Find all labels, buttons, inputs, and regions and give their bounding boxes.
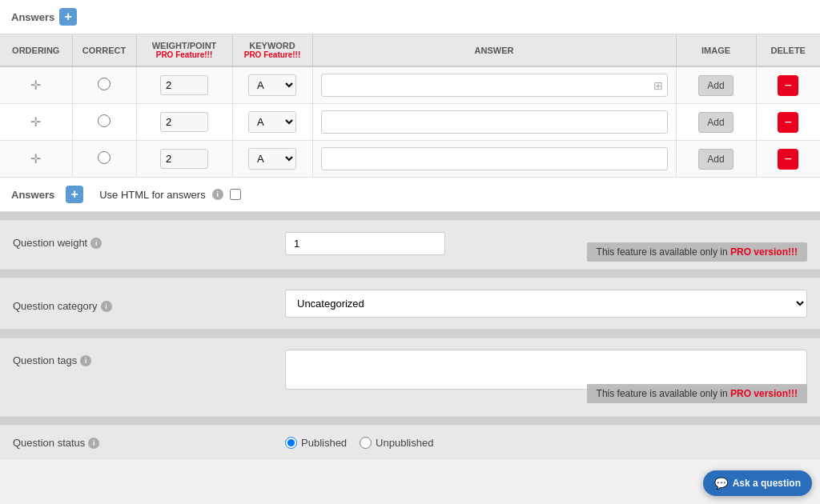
image-cell: Add <box>676 66 756 104</box>
weight-input[interactable] <box>160 75 208 95</box>
status-published-radio[interactable] <box>285 437 297 449</box>
status-unpublished-label: Unpublished <box>376 437 433 449</box>
weight-input[interactable] <box>160 112 208 132</box>
correct-radio[interactable] <box>98 78 111 90</box>
question-tags-control: This feature is available only in PRO ve… <box>285 350 807 392</box>
ask-bubble-label: Ask a question <box>733 478 801 489</box>
correct-radio[interactable] <box>98 114 111 127</box>
section-divider-3 <box>0 330 820 338</box>
delete-cell: − <box>756 104 820 141</box>
answers-table: ORDERING CORRECT WEIGHT/POINT PRO Featur… <box>0 34 820 178</box>
question-status-section: Question status i Published Unpublished <box>0 425 820 460</box>
keyword-select[interactable]: A <box>248 74 296 96</box>
weight-cell <box>136 141 232 178</box>
status-unpublished-option[interactable]: Unpublished <box>360 437 433 449</box>
question-weight-label: Question weight i <box>13 232 285 249</box>
answer-input[interactable] <box>321 74 668 97</box>
answer-input[interactable] <box>321 110 668 134</box>
question-weight-info-icon: i <box>90 238 102 249</box>
correct-cell <box>72 141 136 178</box>
keyword-cell: A <box>232 104 312 141</box>
question-category-label: Question category i <box>13 295 285 312</box>
image-cell: Add <box>676 141 756 178</box>
question-tags-row: Question tags i This feature is availabl… <box>0 338 820 416</box>
drag-handle-icon[interactable]: ✛ <box>30 152 41 166</box>
correct-radio[interactable] <box>98 151 111 164</box>
ask-question-bubble[interactable]: Ask a question <box>703 470 812 496</box>
question-weight-section: Question weight i This feature is availa… <box>0 220 820 270</box>
question-category-info-icon: i <box>101 301 112 312</box>
th-ordering: ORDERING <box>0 34 72 66</box>
th-image: IMAGE <box>676 34 756 66</box>
question-weight-pro-overlay: This feature is available only in PRO ve… <box>587 242 807 262</box>
delete-row-button[interactable]: − <box>778 75 798 96</box>
keyword-select[interactable]: A <box>248 148 296 170</box>
html-info-icon: i <box>212 189 223 200</box>
status-published-option[interactable]: Published <box>285 437 347 449</box>
question-status-label: Question status i <box>13 437 285 449</box>
tags-pro-text: PRO version!!! <box>730 388 798 399</box>
answer-cell: ⊞ <box>312 66 676 104</box>
add-answer-bottom-button[interactable]: + <box>66 186 83 203</box>
keyword-select[interactable]: A <box>248 111 296 133</box>
image-cell: Add <box>676 104 756 141</box>
weight-cell <box>136 66 232 104</box>
ordering-cell: ✛ <box>0 141 72 178</box>
answer-cell <box>312 104 676 141</box>
delete-row-button[interactable]: − <box>778 149 798 170</box>
drag-handle-icon[interactable]: ✛ <box>30 78 41 92</box>
question-status-info-icon: i <box>88 438 99 449</box>
ordering-cell: ✛ <box>0 66 72 104</box>
delete-row-button[interactable]: − <box>778 112 798 133</box>
question-weight-control: This feature is available only in PRO ve… <box>285 232 807 255</box>
section-divider-1 <box>0 212 820 220</box>
correct-cell <box>72 66 136 104</box>
question-category-select[interactable]: Uncategorized <box>285 290 807 318</box>
question-weight-input[interactable] <box>285 232 445 255</box>
question-tags-label: Question tags i <box>13 350 285 366</box>
section-divider-4 <box>0 417 820 425</box>
th-weight: WEIGHT/POINT PRO Feature!!! <box>136 34 232 66</box>
html-checkbox[interactable] <box>230 189 241 200</box>
question-category-row: Question category i Uncategorized <box>0 278 820 329</box>
th-delete: DELETE <box>756 34 820 66</box>
status-unpublished-radio[interactable] <box>360 437 372 449</box>
question-category-section: Question category i Uncategorized <box>0 278 820 330</box>
answers-bottom-label: Answers <box>11 189 54 201</box>
question-category-control: Uncategorized <box>285 290 807 318</box>
table-row: ✛ A Add − <box>0 104 820 141</box>
weight-input[interactable] <box>160 149 208 169</box>
answers-top-label: Answers <box>11 11 54 23</box>
correct-cell <box>72 104 136 141</box>
drag-handle-icon[interactable]: ✛ <box>30 115 41 129</box>
table-row: ✛ A ⊞ Add − <box>0 66 820 104</box>
keyword-cell: A <box>232 141 312 178</box>
th-correct: CORRECT <box>72 34 136 66</box>
question-tags-pro-overlay: This feature is available only in PRO ve… <box>587 384 807 403</box>
add-answer-top-button[interactable]: + <box>59 8 77 26</box>
th-answer: ANSWER <box>312 34 676 66</box>
add-image-button[interactable]: Add <box>698 112 733 133</box>
weight-pro-text: PRO version!!! <box>730 246 798 258</box>
add-image-button[interactable]: Add <box>698 75 733 96</box>
table-header-row: ORDERING CORRECT WEIGHT/POINT PRO Featur… <box>0 34 820 66</box>
add-image-button[interactable]: Add <box>698 149 733 170</box>
weight-cell <box>136 104 232 141</box>
question-weight-row: Question weight i This feature is availa… <box>0 221 820 269</box>
ordering-cell: ✛ <box>0 104 72 141</box>
answers-bottom-footer: Answers + Use HTML for answers i <box>0 178 820 212</box>
question-tags-section: Question tags i This feature is availabl… <box>0 338 820 417</box>
delete-cell: − <box>756 141 820 178</box>
question-tags-info-icon: i <box>80 355 91 366</box>
grid-icon: ⊞ <box>653 79 663 92</box>
answer-input[interactable] <box>321 147 668 170</box>
section-divider-2 <box>0 270 820 278</box>
html-label: Use HTML for answers <box>99 189 205 201</box>
answer-cell <box>312 141 676 178</box>
delete-cell: − <box>756 66 820 104</box>
status-options: Published Unpublished <box>285 437 433 449</box>
answers-top-header: Answers + <box>0 0 820 34</box>
table-row: ✛ A Add − <box>0 141 820 178</box>
status-published-label: Published <box>301 437 347 449</box>
th-weight-pro: PRO Feature!!! <box>145 50 224 59</box>
